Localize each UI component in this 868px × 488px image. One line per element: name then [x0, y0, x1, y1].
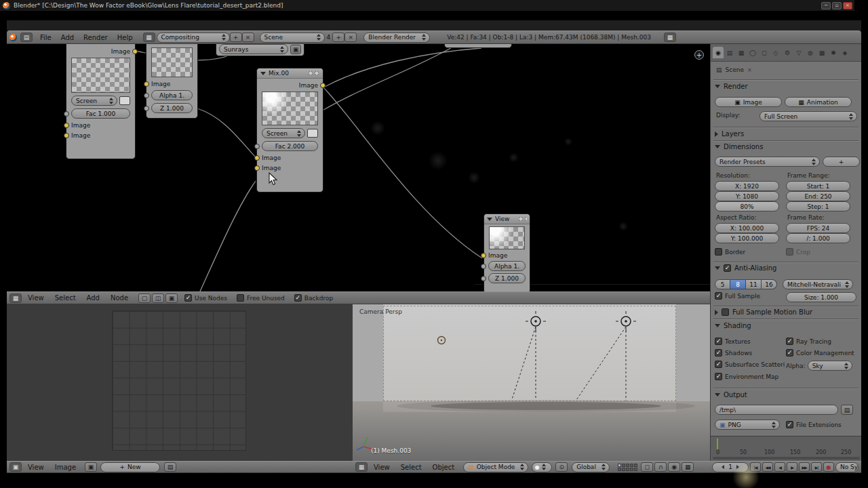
viewport-3d[interactable]: Camera Persp (1) Mesh.003 [353, 304, 710, 461]
editor-type-icon[interactable]: ▤ [20, 33, 33, 42]
crop-checkbox[interactable]: Crop [786, 248, 810, 256]
aa-samples-11[interactable]: 11 [746, 279, 762, 289]
input-socket[interactable] [254, 165, 260, 171]
color-swatch[interactable] [307, 129, 318, 138]
add-screen-button[interactable]: + [230, 33, 242, 42]
render-display-icon[interactable]: ▦ [664, 33, 676, 42]
full-sample-checkbox[interactable]: Full Sample [715, 292, 760, 300]
decrement-arrow-icon[interactable] [722, 465, 724, 469]
texture-nodes-icon[interactable]: ◫ [152, 293, 164, 303]
resolution-y-field[interactable]: Y: 1080 [715, 191, 779, 201]
aa-filter-select[interactable]: Mitchell-Netravali [783, 279, 853, 289]
output-path-field[interactable]: /tmp\ [715, 405, 838, 415]
tab-render[interactable]: ◉ [713, 47, 724, 58]
input-socket[interactable] [254, 155, 260, 161]
menu-file[interactable]: File [35, 34, 56, 41]
timeline-scrollbar[interactable] [713, 457, 860, 460]
ray-tracing-checkbox[interactable]: Ray Tracing [786, 338, 831, 345]
close-button[interactable]: × [843, 2, 852, 9]
input-socket[interactable] [64, 123, 69, 128]
input-socket[interactable] [481, 253, 486, 258]
screen-layout-icon[interactable]: ▦ [143, 33, 155, 42]
menu-view[interactable]: View [369, 464, 395, 471]
alpha-field[interactable]: Alpha 1. [488, 261, 526, 271]
menu-help[interactable]: Help [113, 34, 138, 41]
output-socket[interactable] [320, 83, 326, 88]
node-mix-00[interactable]: Mix.00 Image Screen Fac 2.000 [256, 68, 323, 192]
aa-samples-8[interactable]: 8 [730, 279, 746, 289]
aa-samples-16[interactable]: 16 [762, 279, 777, 289]
render-engine-select[interactable]: Blender Render [363, 33, 430, 43]
render-opengl-icon[interactable]: ◉ [668, 462, 680, 472]
minimize-button[interactable]: ─ [821, 2, 831, 9]
current-frame-indicator[interactable] [717, 439, 718, 450]
environment-map-checkbox[interactable]: Environment Map [715, 373, 778, 380]
screen-layout-select[interactable]: Compositing [157, 33, 230, 43]
delete-screen-button[interactable]: × [242, 33, 254, 42]
tab-particles[interactable]: ✱ [828, 47, 839, 58]
subsurface-checkbox[interactable]: Subsurface Scatteri [715, 361, 785, 368]
textures-checkbox[interactable]: Textures [715, 338, 751, 345]
input-socket[interactable] [254, 144, 260, 149]
lock-icon[interactable]: ◻ [641, 462, 653, 472]
file-format-select[interactable]: ▣ PNG [715, 420, 780, 430]
tab-material[interactable]: ◍ [805, 47, 816, 58]
editor-type-icon[interactable]: ▣ [9, 462, 22, 472]
frame-end-field[interactable]: End: 250 [786, 191, 850, 201]
material-nodes-icon[interactable]: ▣ [165, 293, 178, 303]
jump-prev-keyframe-button[interactable]: ◀◀ [762, 462, 773, 472]
input-socket[interactable] [64, 133, 69, 138]
alpha-field[interactable]: Alpha 1. [151, 90, 193, 100]
tab-texture[interactable]: ▩ [816, 47, 827, 58]
play-reverse-button[interactable]: ◀ [774, 462, 785, 472]
input-socket[interactable] [481, 264, 486, 269]
sunrays-select[interactable]: Sunrays [219, 44, 288, 54]
unlink-icon[interactable]: × [747, 67, 752, 73]
color-swatch[interactable] [119, 96, 130, 105]
image-browse-icon[interactable]: ▣ [290, 45, 301, 54]
editor-type-icon[interactable]: ▦ [355, 462, 368, 472]
aspect-x-field[interactable]: X: 100.000 [715, 223, 779, 233]
pivot-point-icon[interactable]: ⊙ [555, 462, 568, 472]
input-socket[interactable] [144, 106, 149, 111]
menu-node[interactable]: Node [106, 294, 133, 302]
fps-field[interactable]: FPS: 24 [786, 223, 850, 233]
menu-view[interactable]: View [23, 294, 49, 302]
blender-menu-logo-icon[interactable] [9, 34, 17, 41]
jump-next-keyframe-button[interactable]: ▶▶ [799, 462, 810, 472]
aspect-y-field[interactable]: Y: 100.000 [715, 233, 779, 243]
panel-motion-blur-header[interactable]: Full Sample Motion Blur [715, 308, 812, 316]
node-header-icons[interactable] [309, 71, 319, 75]
menu-select[interactable]: Select [50, 294, 81, 302]
expand-region-button[interactable]: + [694, 50, 704, 60]
jump-to-end-button[interactable]: ▶| [811, 462, 822, 472]
frame-start-field[interactable]: Start: 1 [786, 181, 850, 191]
frame-step-field[interactable]: Step: 1 [786, 201, 850, 211]
use-nodes-checkbox[interactable]: Use Nodes [184, 294, 227, 302]
layers-widget[interactable] [618, 464, 637, 471]
tab-constraints[interactable]: ◇ [770, 47, 781, 58]
add-preset-button[interactable]: + [823, 157, 860, 167]
open-image-icon[interactable]: ▤ [164, 462, 176, 472]
resolution-percentage-slider[interactable]: 80% [715, 201, 779, 211]
z-field[interactable]: Z 1.000 [151, 103, 193, 113]
panel-layers-header[interactable]: Layers [715, 130, 744, 138]
tab-data[interactable]: ▽ [793, 47, 804, 58]
free-unused-checkbox[interactable]: Free Unused [237, 294, 285, 302]
backdrop-checkbox[interactable]: Backdrop [294, 294, 333, 302]
menu-view[interactable]: View [23, 464, 49, 471]
blend-mode-select[interactable]: Screen [262, 128, 305, 138]
menu-object[interactable]: Object [428, 464, 460, 471]
z-field[interactable]: Z 1.000 [488, 273, 526, 283]
resolution-x-field[interactable]: X: 1920 [715, 181, 779, 191]
compositing-nodes-icon[interactable]: ▢ [138, 293, 151, 303]
border-checkbox[interactable]: Border [715, 248, 745, 256]
menu-add[interactable]: Add [82, 294, 104, 302]
image-datablock-icon[interactable]: ▣ [85, 462, 97, 472]
tab-scene[interactable]: ▦ [736, 47, 747, 58]
aa-size-field[interactable]: Size: 1.000 [786, 292, 856, 302]
tab-world[interactable]: ◯ [747, 47, 758, 58]
anti-aliasing-checkbox[interactable] [724, 264, 731, 272]
fps-base-field[interactable]: /: 1.000 [786, 233, 850, 243]
fac-field[interactable]: Fac 2.000 [262, 141, 318, 151]
